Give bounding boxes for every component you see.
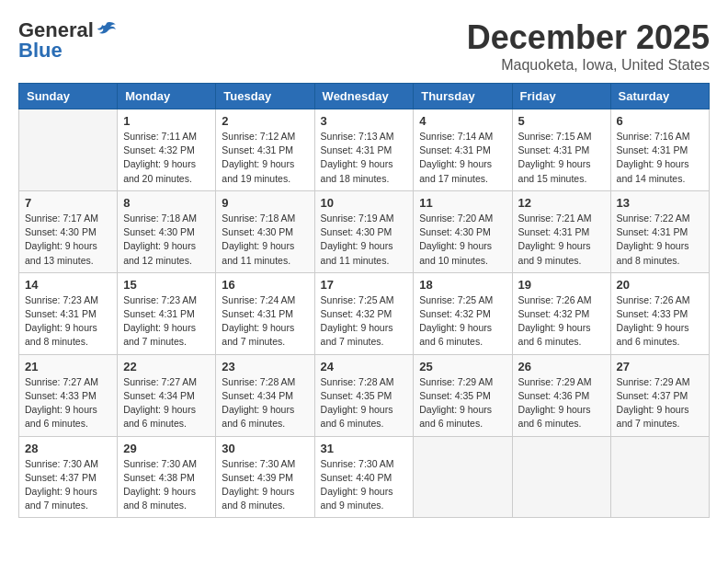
calendar-week-row: 14Sunrise: 7:23 AMSunset: 4:31 PMDayligh…	[19, 272, 710, 354]
day-info: Sunrise: 7:25 AMSunset: 4:32 PMDaylight:…	[419, 293, 506, 350]
calendar-cell: 21Sunrise: 7:27 AMSunset: 4:33 PMDayligh…	[19, 354, 118, 436]
day-number: 29	[123, 442, 210, 455]
day-info: Sunrise: 7:21 AMSunset: 4:31 PMDaylight:…	[518, 212, 605, 268]
day-number: 6	[617, 114, 703, 128]
day-info: Sunrise: 7:30 AMSunset: 4:38 PMDaylight:…	[123, 457, 210, 513]
calendar-cell	[610, 436, 709, 518]
column-header-monday: Monday	[118, 84, 216, 109]
calendar-cell: 30Sunrise: 7:30 AMSunset: 4:39 PMDayligh…	[216, 436, 314, 518]
calendar-cell: 27Sunrise: 7:29 AMSunset: 4:37 PMDayligh…	[610, 354, 709, 436]
day-info: Sunrise: 7:25 AMSunset: 4:32 PMDaylight:…	[321, 293, 408, 350]
day-info: Sunrise: 7:23 AMSunset: 4:31 PMDaylight:…	[25, 293, 111, 350]
column-header-sunday: Sunday	[19, 84, 118, 109]
day-info: Sunrise: 7:28 AMSunset: 4:35 PMDaylight:…	[321, 375, 408, 431]
day-info: Sunrise: 7:16 AMSunset: 4:31 PMDaylight:…	[617, 130, 703, 186]
day-info: Sunrise: 7:24 AMSunset: 4:31 PMDaylight:…	[222, 293, 308, 350]
day-info: Sunrise: 7:11 AMSunset: 4:32 PMDaylight:…	[123, 130, 210, 186]
day-info: Sunrise: 7:29 AMSunset: 4:37 PMDaylight:…	[617, 375, 703, 431]
calendar-cell: 31Sunrise: 7:30 AMSunset: 4:40 PMDayligh…	[314, 436, 414, 518]
day-number: 7	[25, 196, 111, 210]
calendar-cell: 22Sunrise: 7:27 AMSunset: 4:34 PMDayligh…	[118, 354, 216, 436]
day-info: Sunrise: 7:17 AMSunset: 4:30 PMDaylight:…	[25, 212, 111, 268]
calendar-cell: 23Sunrise: 7:28 AMSunset: 4:34 PMDayligh…	[216, 354, 314, 436]
day-number: 19	[518, 278, 605, 292]
day-number: 16	[222, 278, 308, 292]
calendar-cell: 5Sunrise: 7:15 AMSunset: 4:31 PMDaylight…	[512, 109, 610, 191]
day-info: Sunrise: 7:29 AMSunset: 4:35 PMDaylight:…	[419, 375, 506, 431]
calendar-cell: 3Sunrise: 7:13 AMSunset: 4:31 PMDaylight…	[314, 109, 414, 191]
month-title: December 2025	[467, 18, 710, 57]
calendar-cell: 26Sunrise: 7:29 AMSunset: 4:36 PMDayligh…	[512, 354, 610, 436]
calendar-week-row: 1Sunrise: 7:11 AMSunset: 4:32 PMDaylight…	[19, 109, 710, 191]
page-header: General Blue December 2025 Maquoketa, Io…	[18, 18, 710, 74]
day-info: Sunrise: 7:12 AMSunset: 4:31 PMDaylight:…	[222, 130, 308, 186]
calendar-cell: 24Sunrise: 7:28 AMSunset: 4:35 PMDayligh…	[314, 354, 414, 436]
day-info: Sunrise: 7:18 AMSunset: 4:30 PMDaylight:…	[123, 212, 210, 268]
day-number: 24	[321, 360, 408, 373]
column-header-thursday: Thursday	[414, 84, 512, 109]
day-info: Sunrise: 7:18 AMSunset: 4:30 PMDaylight:…	[222, 212, 308, 268]
calendar-week-row: 28Sunrise: 7:30 AMSunset: 4:37 PMDayligh…	[19, 436, 710, 518]
day-number: 21	[25, 360, 111, 373]
calendar-cell: 19Sunrise: 7:26 AMSunset: 4:32 PMDayligh…	[512, 272, 610, 354]
calendar-header-row: SundayMondayTuesdayWednesdayThursdayFrid…	[19, 84, 710, 109]
day-number: 15	[123, 278, 210, 292]
calendar-week-row: 7Sunrise: 7:17 AMSunset: 4:30 PMDaylight…	[19, 190, 710, 272]
logo: General Blue	[18, 18, 118, 63]
calendar-cell: 4Sunrise: 7:14 AMSunset: 4:31 PMDaylight…	[414, 109, 512, 191]
title-block: December 2025 Maquoketa, Iowa, United St…	[467, 18, 710, 74]
calendar-cell	[414, 436, 512, 518]
calendar-cell: 13Sunrise: 7:22 AMSunset: 4:31 PMDayligh…	[610, 190, 709, 272]
day-number: 28	[25, 442, 111, 455]
day-number: 8	[123, 196, 210, 210]
day-number: 4	[419, 114, 506, 128]
day-number: 9	[222, 196, 308, 210]
day-number: 1	[123, 114, 210, 128]
calendar-cell: 7Sunrise: 7:17 AMSunset: 4:30 PMDaylight…	[19, 190, 118, 272]
day-info: Sunrise: 7:30 AMSunset: 4:39 PMDaylight:…	[222, 457, 308, 513]
calendar-cell: 29Sunrise: 7:30 AMSunset: 4:38 PMDayligh…	[118, 436, 216, 518]
day-number: 12	[518, 196, 605, 210]
day-number: 14	[25, 278, 111, 292]
calendar-cell: 18Sunrise: 7:25 AMSunset: 4:32 PMDayligh…	[414, 272, 512, 354]
calendar-cell	[512, 436, 610, 518]
day-number: 10	[321, 196, 408, 210]
column-header-tuesday: Tuesday	[216, 84, 314, 109]
logo-bird-icon	[96, 21, 118, 40]
calendar-cell: 6Sunrise: 7:16 AMSunset: 4:31 PMDaylight…	[610, 109, 709, 191]
calendar-cell: 9Sunrise: 7:18 AMSunset: 4:30 PMDaylight…	[216, 190, 314, 272]
day-number: 27	[617, 360, 703, 373]
logo-blue-text: Blue	[18, 39, 63, 63]
calendar-cell: 8Sunrise: 7:18 AMSunset: 4:30 PMDaylight…	[118, 190, 216, 272]
column-header-saturday: Saturday	[610, 84, 709, 109]
calendar-cell: 2Sunrise: 7:12 AMSunset: 4:31 PMDaylight…	[216, 109, 314, 191]
day-number: 17	[321, 278, 408, 292]
day-number: 26	[518, 360, 605, 373]
calendar-cell: 16Sunrise: 7:24 AMSunset: 4:31 PMDayligh…	[216, 272, 314, 354]
day-number: 23	[222, 360, 308, 373]
day-number: 3	[321, 114, 408, 128]
day-info: Sunrise: 7:22 AMSunset: 4:31 PMDaylight:…	[617, 212, 703, 268]
day-number: 22	[123, 360, 210, 373]
column-header-friday: Friday	[512, 84, 610, 109]
calendar-week-row: 21Sunrise: 7:27 AMSunset: 4:33 PMDayligh…	[19, 354, 710, 436]
calendar-cell: 11Sunrise: 7:20 AMSunset: 4:30 PMDayligh…	[414, 190, 512, 272]
calendar-cell: 25Sunrise: 7:29 AMSunset: 4:35 PMDayligh…	[414, 354, 512, 436]
calendar-cell: 20Sunrise: 7:26 AMSunset: 4:33 PMDayligh…	[610, 272, 709, 354]
day-info: Sunrise: 7:20 AMSunset: 4:30 PMDaylight:…	[419, 212, 506, 268]
day-number: 2	[222, 114, 308, 128]
calendar-cell: 28Sunrise: 7:30 AMSunset: 4:37 PMDayligh…	[19, 436, 118, 518]
day-info: Sunrise: 7:15 AMSunset: 4:31 PMDaylight:…	[518, 130, 605, 186]
location-title: Maquoketa, Iowa, United States	[467, 57, 710, 74]
calendar-cell: 17Sunrise: 7:25 AMSunset: 4:32 PMDayligh…	[314, 272, 414, 354]
day-info: Sunrise: 7:30 AMSunset: 4:40 PMDaylight:…	[321, 457, 408, 513]
calendar-cell: 15Sunrise: 7:23 AMSunset: 4:31 PMDayligh…	[118, 272, 216, 354]
calendar-cell: 12Sunrise: 7:21 AMSunset: 4:31 PMDayligh…	[512, 190, 610, 272]
calendar-table: SundayMondayTuesdayWednesdayThursdayFrid…	[18, 83, 710, 518]
day-info: Sunrise: 7:29 AMSunset: 4:36 PMDaylight:…	[518, 375, 605, 431]
day-number: 30	[222, 442, 308, 455]
column-header-wednesday: Wednesday	[314, 84, 414, 109]
day-info: Sunrise: 7:28 AMSunset: 4:34 PMDaylight:…	[222, 375, 308, 431]
day-info: Sunrise: 7:26 AMSunset: 4:33 PMDaylight:…	[617, 293, 703, 350]
day-number: 18	[419, 278, 506, 292]
